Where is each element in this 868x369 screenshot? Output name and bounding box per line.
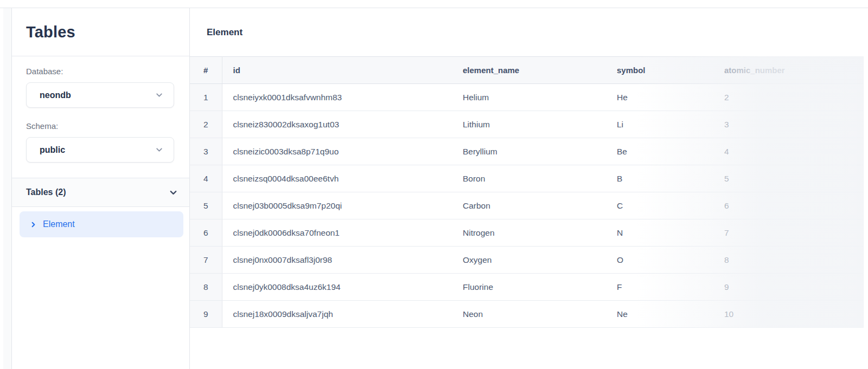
column-header-symbol: symbol	[606, 57, 713, 84]
chevron-down-icon	[155, 145, 164, 154]
element-data-table: # id element_name symbol atomic_number 1…	[190, 56, 864, 328]
symbol-cell: Be	[606, 138, 713, 165]
column-header-atomic-number: atomic_number	[713, 57, 864, 84]
atomic-number-cell: 5	[713, 165, 864, 192]
data-table-container: # id element_name symbol atomic_number 1…	[190, 56, 864, 328]
element-name-cell: Oxygen	[452, 247, 606, 274]
id-cell: clsneiz830002dksaxog1ut03	[222, 111, 452, 138]
row-number-cell: 8	[190, 274, 222, 301]
symbol-cell: F	[606, 274, 713, 301]
element-name-cell: Boron	[452, 165, 606, 192]
main-header: Element	[190, 8, 868, 56]
database-select[interactable]: neondb	[26, 82, 174, 108]
main-content: Element # id element_name symbol atomic_…	[190, 8, 868, 369]
database-select-value: neondb	[40, 90, 71, 100]
table-row: 9clsnej18x0009dksaljva7jqhNeonNe10	[190, 301, 864, 328]
atomic-number-cell: 8	[713, 247, 864, 274]
atomic-number-cell: 2	[713, 84, 864, 111]
element-name-cell: Fluorine	[452, 274, 606, 301]
page-title: Tables	[26, 23, 75, 41]
column-header-row-number: #	[190, 57, 222, 84]
element-name-cell: Nitrogen	[452, 219, 606, 247]
row-number-cell: 1	[190, 84, 222, 111]
symbol-cell: B	[606, 165, 713, 192]
id-cell: clsnej03b0005dksa9m7p20qi	[222, 192, 452, 219]
sidebar-item-element[interactable]: Element	[20, 211, 183, 237]
table-row: 7clsnej0nx0007dksafl3j0r98OxygenO8	[190, 247, 864, 274]
row-number-cell: 4	[190, 165, 222, 192]
column-header-id: id	[222, 57, 452, 84]
top-margin	[0, 0, 868, 8]
row-number-cell: 5	[190, 192, 222, 219]
sidebar-header: Tables	[12, 8, 189, 56]
table-list: Element	[12, 207, 189, 237]
table-row: 2clsneiz830002dksaxog1ut03LithiumLi3	[190, 111, 864, 138]
sidebar-item-element-label: Element	[43, 219, 75, 229]
row-number-cell: 9	[190, 301, 222, 328]
row-number-cell: 2	[190, 111, 222, 138]
chevron-down-icon	[155, 90, 164, 100]
element-name-cell: Neon	[452, 301, 606, 328]
symbol-cell: Li	[606, 111, 713, 138]
id-cell: clsnej18x0009dksaljva7jqh	[222, 301, 452, 328]
table-row: 8clsnej0yk0008dksa4uz6k194FluorineF9	[190, 274, 864, 301]
symbol-cell: He	[606, 84, 713, 111]
element-name-cell: Beryllium	[452, 138, 606, 165]
atomic-number-cell: 3	[713, 111, 864, 138]
schema-select-value: public	[40, 145, 65, 155]
id-cell: clsneizic0003dksa8p71q9uo	[222, 138, 452, 165]
table-row: 4clsneizsq0004dksa00ee6tvhBoronB5	[190, 165, 864, 192]
selected-table-title: Element	[207, 27, 242, 38]
column-header-element-name: element_name	[452, 57, 606, 84]
symbol-cell: Ne	[606, 301, 713, 328]
tables-section-label: Tables (2)	[26, 187, 66, 197]
left-gutter	[3, 8, 12, 369]
database-label: Database:	[26, 67, 175, 76]
symbol-cell: N	[606, 219, 713, 247]
table-row: 3clsneizic0003dksa8p71q9uoBerylliumBe4	[190, 138, 864, 165]
schema-label: Schema:	[26, 121, 175, 131]
row-number-cell: 6	[190, 219, 222, 247]
element-name-cell: Carbon	[452, 192, 606, 219]
atomic-number-cell: 10	[713, 301, 864, 328]
row-number-cell: 3	[190, 138, 222, 165]
tables-page: Tables Database: neondb Schema: public T…	[0, 8, 868, 369]
row-number-cell: 7	[190, 247, 222, 274]
sidebar: Tables Database: neondb Schema: public T…	[12, 8, 190, 369]
atomic-number-cell: 4	[713, 138, 864, 165]
table-row: 6clsnej0dk0006dksa70fneon1NitrogenN7	[190, 219, 864, 247]
tables-section-toggle[interactable]: Tables (2)	[12, 178, 189, 207]
table-row: 1clsneiyxk0001dksafvwnhm83HeliumHe2	[190, 84, 864, 111]
id-cell: clsnej0nx0007dksafl3j0r98	[222, 247, 452, 274]
table-header-row: # id element_name symbol atomic_number	[190, 57, 864, 84]
atomic-number-cell: 9	[713, 274, 864, 301]
symbol-cell: C	[606, 192, 713, 219]
element-name-cell: Helium	[452, 84, 606, 111]
symbol-cell: O	[606, 247, 713, 274]
id-cell: clsneiyxk0001dksafvwnhm83	[222, 84, 452, 111]
atomic-number-cell: 7	[713, 219, 864, 247]
chevron-down-icon	[168, 187, 178, 198]
element-name-cell: Lithium	[452, 111, 606, 138]
chevron-right-icon	[29, 221, 37, 229]
atomic-number-cell: 6	[713, 192, 864, 219]
id-cell: clsneizsq0004dksa00ee6tvh	[222, 165, 452, 192]
id-cell: clsnej0dk0006dksa70fneon1	[222, 219, 452, 247]
schema-select[interactable]: public	[26, 137, 174, 163]
sidebar-body: Database: neondb Schema: public	[12, 56, 189, 178]
table-row: 5clsnej03b0005dksa9m7p20qiCarbonC6	[190, 192, 864, 219]
id-cell: clsnej0yk0008dksa4uz6k194	[222, 274, 452, 301]
